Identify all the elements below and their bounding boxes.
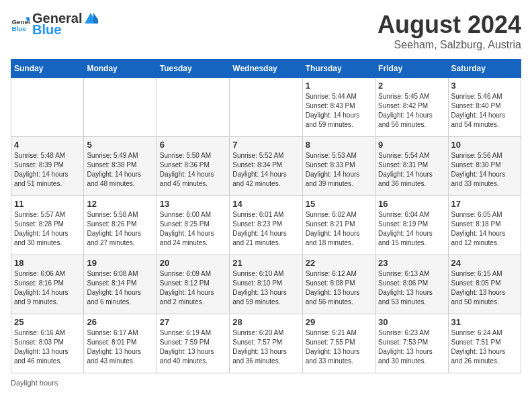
location-subtitle: Seeham, Salzburg, Austria xyxy=(378,39,521,51)
calendar-cell: 26Sunrise: 6:17 AMSunset: 8:01 PMDayligh… xyxy=(84,314,157,373)
calendar-cell: 18Sunrise: 6:06 AMSunset: 8:16 PMDayligh… xyxy=(11,255,84,314)
calendar-header-row: SundayMondayTuesdayWednesdayThursdayFrid… xyxy=(11,60,521,78)
day-info: Sunrise: 6:02 AMSunset: 8:21 PMDaylight:… xyxy=(306,210,372,248)
day-number: 13 xyxy=(160,199,226,209)
calendar-cell: 21Sunrise: 6:10 AMSunset: 8:10 PMDayligh… xyxy=(230,255,302,314)
day-header-monday: Monday xyxy=(84,60,157,78)
calendar-cell: 24Sunrise: 6:15 AMSunset: 8:05 PMDayligh… xyxy=(448,255,521,314)
day-info: Sunrise: 5:50 AMSunset: 8:36 PMDaylight:… xyxy=(160,151,226,189)
day-header-saturday: Saturday xyxy=(448,60,521,78)
day-number: 25 xyxy=(14,317,81,327)
calendar-cell: 22Sunrise: 6:12 AMSunset: 8:08 PMDayligh… xyxy=(302,255,375,314)
day-number: 30 xyxy=(378,317,445,327)
calendar-cell: 28Sunrise: 6:20 AMSunset: 7:57 PMDayligh… xyxy=(230,314,302,373)
day-number: 6 xyxy=(160,140,226,150)
day-number: 23 xyxy=(378,258,445,268)
day-number: 14 xyxy=(232,199,299,209)
day-info: Sunrise: 6:05 AMSunset: 8:18 PMDaylight:… xyxy=(451,210,518,248)
calendar-cell: 12Sunrise: 5:58 AMSunset: 8:26 PMDayligh… xyxy=(84,196,157,255)
page-header: General Blue General Blue August 2024 Se… xyxy=(11,11,521,51)
day-info: Sunrise: 5:46 AMSunset: 8:40 PMDaylight:… xyxy=(451,92,518,130)
day-number: 18 xyxy=(14,258,81,268)
day-number: 11 xyxy=(14,199,81,209)
calendar-cell: 30Sunrise: 6:23 AMSunset: 7:53 PMDayligh… xyxy=(375,314,448,373)
calendar-cell: 3Sunrise: 5:46 AMSunset: 8:40 PMDaylight… xyxy=(448,78,521,137)
day-info: Sunrise: 6:15 AMSunset: 8:05 PMDaylight:… xyxy=(451,269,518,307)
calendar-cell: 13Sunrise: 6:00 AMSunset: 8:25 PMDayligh… xyxy=(157,196,229,255)
day-number: 21 xyxy=(232,258,299,268)
day-info: Sunrise: 6:01 AMSunset: 8:23 PMDaylight:… xyxy=(232,210,299,248)
day-number: 19 xyxy=(87,258,153,268)
calendar-cell: 25Sunrise: 6:16 AMSunset: 8:03 PMDayligh… xyxy=(11,314,84,373)
calendar-week-4: 18Sunrise: 6:06 AMSunset: 8:16 PMDayligh… xyxy=(11,255,521,314)
day-info: Sunrise: 6:00 AMSunset: 8:25 PMDaylight:… xyxy=(160,210,226,248)
calendar-cell: 15Sunrise: 6:02 AMSunset: 8:21 PMDayligh… xyxy=(302,196,375,255)
day-info: Sunrise: 5:52 AMSunset: 8:34 PMDaylight:… xyxy=(232,151,299,189)
day-number: 2 xyxy=(378,81,445,91)
calendar-cell: 7Sunrise: 5:52 AMSunset: 8:34 PMDaylight… xyxy=(230,137,302,196)
day-info: Sunrise: 5:44 AMSunset: 8:43 PMDaylight:… xyxy=(306,92,372,130)
day-info: Sunrise: 6:04 AMSunset: 8:19 PMDaylight:… xyxy=(378,210,445,248)
day-info: Sunrise: 6:09 AMSunset: 8:12 PMDaylight:… xyxy=(160,269,226,307)
calendar-week-3: 11Sunrise: 5:57 AMSunset: 8:28 PMDayligh… xyxy=(11,196,521,255)
calendar-cell xyxy=(230,78,302,137)
day-number: 22 xyxy=(306,258,372,268)
day-info: Sunrise: 6:20 AMSunset: 7:57 PMDaylight:… xyxy=(232,328,299,366)
day-info: Sunrise: 6:24 AMSunset: 7:51 PMDaylight:… xyxy=(451,328,518,366)
day-number: 16 xyxy=(378,199,445,209)
day-info: Sunrise: 6:17 AMSunset: 8:01 PMDaylight:… xyxy=(87,328,153,366)
calendar-table: SundayMondayTuesdayWednesdayThursdayFrid… xyxy=(11,59,521,373)
footer-note: Daylight hours xyxy=(11,379,521,387)
day-number: 31 xyxy=(451,317,518,327)
calendar-cell: 14Sunrise: 6:01 AMSunset: 8:23 PMDayligh… xyxy=(230,196,302,255)
day-number: 3 xyxy=(451,81,518,91)
day-number: 24 xyxy=(451,258,518,268)
day-info: Sunrise: 5:57 AMSunset: 8:28 PMDaylight:… xyxy=(14,210,81,248)
day-number: 27 xyxy=(160,317,226,327)
day-info: Sunrise: 5:54 AMSunset: 8:31 PMDaylight:… xyxy=(378,151,445,189)
day-info: Sunrise: 6:13 AMSunset: 8:06 PMDaylight:… xyxy=(378,269,445,307)
day-number: 5 xyxy=(87,140,153,150)
day-info: Sunrise: 6:08 AMSunset: 8:14 PMDaylight:… xyxy=(87,269,153,307)
calendar-cell xyxy=(157,78,229,137)
day-number: 15 xyxy=(306,199,372,209)
day-info: Sunrise: 6:12 AMSunset: 8:08 PMDaylight:… xyxy=(306,269,372,307)
day-header-tuesday: Tuesday xyxy=(157,60,229,78)
calendar-cell: 4Sunrise: 5:48 AMSunset: 8:39 PMDaylight… xyxy=(11,137,84,196)
svg-marker-5 xyxy=(93,13,98,24)
day-info: Sunrise: 5:53 AMSunset: 8:33 PMDaylight:… xyxy=(306,151,372,189)
day-info: Sunrise: 6:23 AMSunset: 7:53 PMDaylight:… xyxy=(378,328,445,366)
day-number: 26 xyxy=(87,317,153,327)
logo-icon: General Blue xyxy=(11,15,30,34)
day-number: 9 xyxy=(378,140,445,150)
calendar-cell: 17Sunrise: 6:05 AMSunset: 8:18 PMDayligh… xyxy=(448,196,521,255)
calendar-cell: 20Sunrise: 6:09 AMSunset: 8:12 PMDayligh… xyxy=(157,255,229,314)
calendar-cell: 23Sunrise: 6:13 AMSunset: 8:06 PMDayligh… xyxy=(375,255,448,314)
calendar-cell: 6Sunrise: 5:50 AMSunset: 8:36 PMDaylight… xyxy=(157,137,229,196)
day-info: Sunrise: 6:21 AMSunset: 7:55 PMDaylight:… xyxy=(306,328,372,366)
day-info: Sunrise: 6:19 AMSunset: 7:59 PMDaylight:… xyxy=(160,328,226,366)
svg-text:Blue: Blue xyxy=(11,25,26,32)
day-info: Sunrise: 6:06 AMSunset: 8:16 PMDaylight:… xyxy=(14,269,81,307)
calendar-cell: 11Sunrise: 5:57 AMSunset: 8:28 PMDayligh… xyxy=(11,196,84,255)
calendar-cell: 16Sunrise: 6:04 AMSunset: 8:19 PMDayligh… xyxy=(375,196,448,255)
logo: General Blue General Blue xyxy=(11,11,99,38)
day-number: 29 xyxy=(306,317,372,327)
day-number: 28 xyxy=(232,317,299,327)
day-number: 17 xyxy=(451,199,518,209)
day-info: Sunrise: 5:49 AMSunset: 8:38 PMDaylight:… xyxy=(87,151,153,189)
calendar-cell: 1Sunrise: 5:44 AMSunset: 8:43 PMDaylight… xyxy=(302,78,375,137)
calendar-cell: 2Sunrise: 5:45 AMSunset: 8:42 PMDaylight… xyxy=(375,78,448,137)
calendar-week-5: 25Sunrise: 6:16 AMSunset: 8:03 PMDayligh… xyxy=(11,314,521,373)
day-info: Sunrise: 6:10 AMSunset: 8:10 PMDaylight:… xyxy=(232,269,299,307)
calendar-cell: 5Sunrise: 5:49 AMSunset: 8:38 PMDaylight… xyxy=(84,137,157,196)
calendar-cell: 27Sunrise: 6:19 AMSunset: 7:59 PMDayligh… xyxy=(157,314,229,373)
calendar-week-1: 1Sunrise: 5:44 AMSunset: 8:43 PMDaylight… xyxy=(11,78,521,137)
day-info: Sunrise: 5:56 AMSunset: 8:30 PMDaylight:… xyxy=(451,151,518,189)
calendar-cell: 31Sunrise: 6:24 AMSunset: 7:51 PMDayligh… xyxy=(448,314,521,373)
calendar-cell: 9Sunrise: 5:54 AMSunset: 8:31 PMDaylight… xyxy=(375,137,448,196)
title-block: August 2024 Seeham, Salzburg, Austria xyxy=(378,11,521,51)
day-header-friday: Friday xyxy=(375,60,448,78)
day-info: Sunrise: 6:16 AMSunset: 8:03 PMDaylight:… xyxy=(14,328,81,366)
day-header-thursday: Thursday xyxy=(302,60,375,78)
